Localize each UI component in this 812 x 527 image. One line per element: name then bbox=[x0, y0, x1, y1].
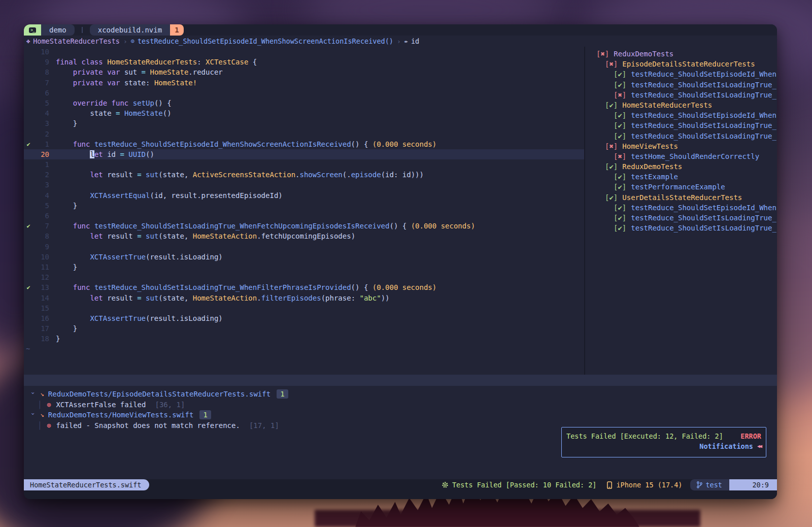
test-item[interactable]: [✖]testReduce_ShouldSetIsLoadingTrue_ bbox=[585, 90, 777, 100]
line-number: 9 bbox=[33, 57, 49, 67]
code-line[interactable]: 16 XCTAssertTrue(result.isLoading) bbox=[24, 313, 584, 323]
code-line[interactable]: 2 let result = sut(state, ActiveScreensS… bbox=[24, 170, 584, 180]
line-number: 8 bbox=[33, 67, 49, 77]
test-item[interactable]: [✖]testHome_ShouldRenderCorrectly bbox=[585, 151, 777, 161]
code-line[interactable]: 2 bbox=[24, 129, 584, 139]
code-line-text: state = HomeState() bbox=[49, 108, 172, 118]
breadcrumb-class[interactable]: ✤ HomeStateReducerTests bbox=[26, 37, 120, 45]
code-line[interactable]: 3 bbox=[24, 180, 584, 190]
code-line[interactable]: 8 let result = sut(state, HomeStateActio… bbox=[24, 231, 584, 241]
test-item[interactable]: [✔]testReduce_ShouldSetIsLoadingTrue_ bbox=[585, 223, 777, 233]
quickfix-file-row[interactable]: ›↘ReduxDemoTests/HomeViewTests.swift1 bbox=[24, 410, 777, 420]
tab-xcodebuild-nvim[interactable]: xcodebuild.nvim 1 bbox=[90, 24, 184, 36]
code-token: func bbox=[73, 222, 94, 230]
code-line[interactable]: 5 override func setUp() { bbox=[24, 98, 584, 108]
code-line[interactable]: 4 state = HomeState() bbox=[24, 108, 584, 118]
test-item[interactable]: [✔]testPerformanceExample bbox=[585, 182, 777, 192]
notification-line2: Notifications ◀◀ bbox=[566, 441, 761, 451]
quickfix-count-badge: 1 bbox=[277, 389, 288, 399]
code-line[interactable]: 3 } bbox=[24, 118, 584, 128]
test-item[interactable]: [✖]ReduxDemoTests bbox=[585, 49, 777, 59]
test-item[interactable]: [✔]testReduce_ShouldSetIsLoadingTrue_ bbox=[585, 120, 777, 130]
code-line[interactable]: 15 bbox=[24, 303, 584, 313]
test-item-label: testPerformanceExample bbox=[631, 182, 725, 192]
line-number: 16 bbox=[33, 313, 49, 323]
code-line[interactable]: 4 XCTAssertEqual(id, result.presentedEpi… bbox=[24, 190, 584, 201]
test-item[interactable]: [✔]testReduce_ShouldSetEpisodeId_When bbox=[585, 69, 777, 79]
notification-float[interactable]: Tests Failed [Executed: 12, Failed: 2] E… bbox=[561, 427, 766, 457]
code-token bbox=[56, 191, 90, 200]
code-line[interactable]: 17 } bbox=[24, 323, 584, 334]
breadcrumb-method[interactable]: ⊙ testReduce_ShouldSetEpisodeId_WhenShow… bbox=[131, 37, 393, 45]
sign-column bbox=[24, 262, 33, 272]
test-item[interactable]: [✖]EpisodeDetailsStateReducerTests bbox=[585, 59, 777, 69]
test-item[interactable]: [✔]ReduxDemoTests bbox=[585, 161, 777, 172]
test-item[interactable]: [✔]testExample bbox=[585, 172, 777, 182]
statusline-git-branch[interactable]: test bbox=[690, 479, 729, 490]
editor-empty-line[interactable]: ~ bbox=[24, 344, 584, 354]
breadcrumb-variable[interactable]: ✏ id bbox=[404, 37, 420, 45]
test-item[interactable]: [✔]testReduce_ShouldSetEpisodeId_When bbox=[585, 203, 777, 213]
code-token: } bbox=[56, 202, 77, 210]
test-item[interactable]: [✔]testReduce_ShouldSetIsLoadingTrue_ bbox=[585, 131, 777, 141]
quickfix-panel: ›↘ReduxDemoTests/EpisodeDetailsStateRedu… bbox=[24, 386, 777, 479]
quickfix-file-name: ReduxDemoTests/EpisodeDetailsStateReduce… bbox=[48, 389, 270, 400]
chevron-down-icon[interactable]: › bbox=[28, 391, 39, 397]
code-line[interactable]: ✔7 func testReduce_ShouldSetIsLoadingTru… bbox=[24, 221, 584, 231]
cmdline[interactable] bbox=[24, 490, 777, 499]
tab-session-demo[interactable]: >_ demo bbox=[24, 24, 75, 36]
cursor-block: l bbox=[90, 150, 94, 158]
code-line[interactable]: ✔1 func testReduce_ShouldSetEpisodeId_Wh… bbox=[24, 139, 584, 149]
code-line[interactable]: 9 bbox=[24, 242, 584, 252]
code-line[interactable]: 10 bbox=[24, 47, 584, 57]
statusline-device-label: iPhone 15 (17.4) bbox=[616, 481, 682, 489]
line-number: 5 bbox=[33, 98, 49, 108]
test-item[interactable]: [✔]testReduce_ShouldSetEpisodeId_When bbox=[585, 110, 777, 120]
chevron-down-icon[interactable]: › bbox=[28, 412, 39, 418]
test-passed-sign-icon: ✔ bbox=[24, 282, 33, 292]
code-line[interactable]: 14 let result = sut(state, HomeStateActi… bbox=[24, 293, 584, 303]
code-line[interactable]: 1 bbox=[24, 159, 584, 170]
code-line[interactable]: 7 private var state: HomeState! bbox=[24, 78, 584, 88]
test-item[interactable]: [✖]HomeViewTests bbox=[585, 141, 777, 151]
tab-label: demo bbox=[41, 24, 75, 36]
test-fail-icon: [✖] bbox=[605, 141, 618, 151]
test-pass-icon: [✔] bbox=[614, 223, 626, 233]
test-item[interactable]: [✔]HomeStateReducerTests bbox=[585, 100, 777, 110]
test-item[interactable]: [✔]UserDetailsStateReducerTests bbox=[585, 192, 777, 203]
code-line-text bbox=[49, 47, 56, 57]
code-token: = bbox=[116, 109, 124, 117]
code-editor[interactable]: 109final class HomeStateReducerTests: XC… bbox=[24, 47, 584, 375]
test-item[interactable]: [✔]testReduce_ShouldSetIsLoadingTrue_ bbox=[585, 213, 777, 223]
code-line[interactable]: 11 } bbox=[24, 262, 584, 272]
test-item-label: testReduce_ShouldSetIsLoadingTrue_ bbox=[631, 131, 776, 141]
line-number: 7 bbox=[33, 221, 49, 231]
window-separator-band bbox=[24, 375, 777, 386]
code-line[interactable]: ✔13 func testReduce_ShouldSetIsLoadingTr… bbox=[24, 282, 584, 292]
code-token: } bbox=[56, 263, 77, 271]
code-token: (. bbox=[343, 171, 351, 179]
quickfix-file-row[interactable]: ›↘ReduxDemoTests/EpisodeDetailsStateRedu… bbox=[24, 389, 777, 400]
code-line[interactable]: 9final class HomeStateReducerTests: XCTe… bbox=[24, 57, 584, 67]
test-item-label: HomeStateReducerTests bbox=[622, 100, 712, 110]
code-line-text: final class HomeStateReducerTests: XCTes… bbox=[49, 57, 257, 67]
code-line[interactable]: 18} bbox=[24, 334, 584, 344]
code-token: override func bbox=[73, 99, 133, 107]
statusline-filename: HomeStateReducerTests.swift bbox=[24, 479, 149, 490]
code-line[interactable]: 5 } bbox=[24, 201, 584, 211]
breadcrumb-class-label: HomeStateReducerTests bbox=[33, 37, 120, 45]
code-token: XCTAssertTrue bbox=[90, 314, 146, 322]
quickfix-error-row[interactable]: │⊗XCTAssertFalse failed[36, 1] bbox=[24, 400, 777, 410]
file-arrow-icon: ↘ bbox=[40, 410, 44, 420]
code-line[interactable]: 6 bbox=[24, 211, 584, 221]
code-token: . bbox=[295, 171, 299, 179]
code-line[interactable]: 20 let id = UUID() bbox=[24, 149, 584, 159]
code-token: sut bbox=[146, 232, 158, 240]
code-line[interactable]: 10 XCTAssertTrue(result.isLoading) bbox=[24, 252, 584, 262]
terminal-icon: >_ bbox=[24, 24, 41, 36]
code-line[interactable]: 6 bbox=[24, 88, 584, 98]
code-line-text: func testReduce_ShouldSetIsLoadingTrue_W… bbox=[49, 282, 436, 292]
test-item[interactable]: [✔]testReduce_ShouldSetIsLoadingTrue_ bbox=[585, 80, 777, 90]
code-line[interactable]: 8 private var sut = HomeState.reducer bbox=[24, 67, 584, 77]
code-line[interactable]: 12 bbox=[24, 272, 584, 282]
